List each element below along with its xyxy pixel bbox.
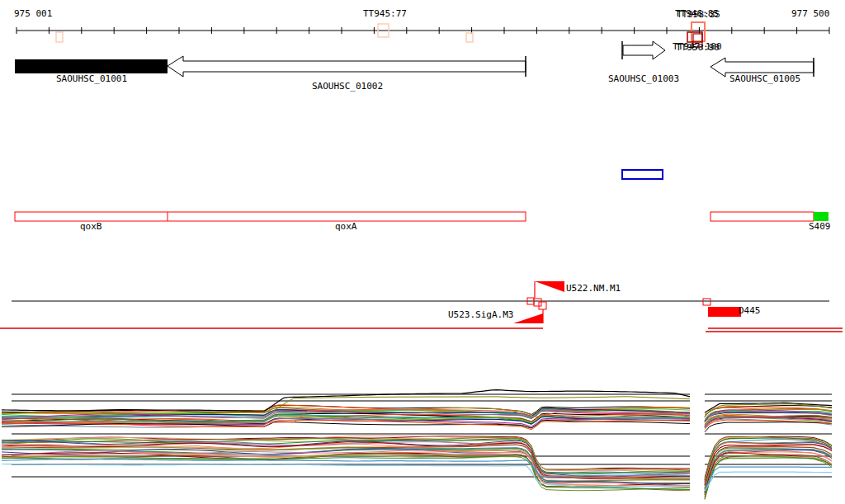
expression-trace bbox=[705, 455, 832, 497]
expression-trace bbox=[705, 467, 832, 490]
ruler-highlight-3[interactable] bbox=[466, 33, 473, 42]
expression-trace bbox=[705, 456, 832, 497]
ruler-highlight-1[interactable] bbox=[56, 32, 63, 42]
expression-trace bbox=[705, 472, 832, 491]
gene-saouhsc-01003[interactable] bbox=[623, 41, 665, 59]
label-qoxA: qoxA bbox=[335, 222, 357, 231]
ruler-start-label: 975 001 bbox=[14, 9, 52, 18]
d445-block[interactable] bbox=[708, 307, 741, 317]
expression-trace bbox=[705, 449, 832, 492]
gene-label-saouhsc-01002: SAOUHSC_01002 bbox=[312, 82, 383, 91]
site-overlap-label-b: TT950:90 bbox=[676, 43, 720, 52]
expression-plot bbox=[2, 390, 832, 500]
expression-trace bbox=[705, 420, 832, 429]
blue-feature-box[interactable] bbox=[622, 170, 663, 179]
gene-label-saouhsc-01003: SAOUHSC_01003 bbox=[608, 74, 679, 83]
u523-flag[interactable] bbox=[513, 313, 543, 323]
gene-label-saouhsc-01005: SAOUHSC_01005 bbox=[729, 74, 800, 83]
ruler-end-label: 977 500 bbox=[791, 9, 829, 18]
label-d445: D445 bbox=[739, 306, 761, 315]
expression-trace bbox=[705, 458, 832, 499]
label-u522: U522.NM.M1 bbox=[566, 284, 621, 293]
d445-anchor-box[interactable] bbox=[703, 299, 710, 305]
label-qoxB: qoxB bbox=[80, 222, 102, 231]
expression-trace bbox=[705, 457, 832, 499]
label-s409: S409 bbox=[809, 222, 831, 231]
feature-s409-green-cap[interactable] bbox=[814, 212, 828, 221]
u522-flag[interactable] bbox=[535, 281, 564, 292]
ruler-overlap-label-b: TT958:35 bbox=[677, 10, 720, 19]
expression-trace bbox=[705, 422, 832, 432]
gene-saouhsc-01002[interactable] bbox=[168, 56, 526, 77]
genome-browser: 975 001 TT945:77 TT946:85 TT958:35 977 5… bbox=[0, 0, 845, 504]
label-u523: U523.SigA.M3 bbox=[448, 310, 513, 319]
gene-label-saouhsc-01001: SAOUHSC_01001 bbox=[56, 74, 127, 83]
gene-saouhsc-01001[interactable] bbox=[15, 59, 168, 73]
ruler-mid-label: TT945:77 bbox=[363, 9, 407, 18]
operon-qox[interactable] bbox=[15, 212, 526, 221]
feature-s409-box[interactable] bbox=[710, 212, 814, 221]
